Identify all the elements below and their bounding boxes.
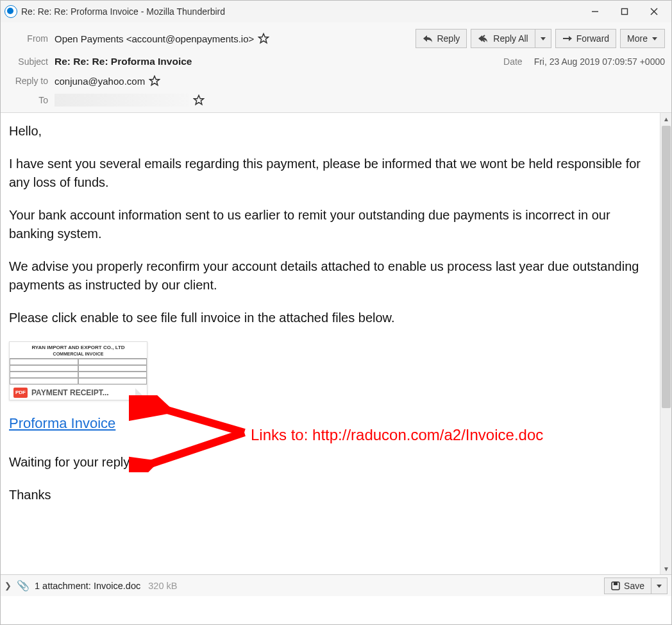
- forward-icon: [562, 35, 573, 42]
- subject-label: Subject: [7, 56, 55, 67]
- preview-table: [10, 358, 147, 384]
- preview-doc-type: COMMERCIAL INVOICE: [10, 352, 147, 358]
- close-button[interactable]: [639, 1, 669, 22]
- body-paragraph: Please click enable to see file full inv…: [9, 309, 651, 327]
- save-button[interactable]: Save: [604, 578, 651, 594]
- save-label: Save: [624, 581, 644, 591]
- message-header: From Open Payments <account@openpayments…: [1, 22, 671, 113]
- reply-label: Reply: [437, 33, 460, 44]
- from-value: Open Payments <account@openpayments.io>: [55, 33, 269, 44]
- to-value: [55, 94, 205, 107]
- preview-caption: PDF PAYMENT RECEIPT...: [10, 384, 147, 400]
- to-redacted: [55, 94, 189, 107]
- reply-all-icon: [478, 34, 489, 43]
- svg-marker-4: [259, 34, 269, 43]
- svg-rect-1: [622, 9, 628, 15]
- svg-marker-9: [150, 76, 160, 85]
- reply-to-text: conjuna@yahoo.com: [55, 76, 145, 87]
- attachment-summary[interactable]: 1 attachment: Invoice.doc: [35, 581, 140, 591]
- chevron-down-icon: [656, 583, 662, 589]
- scroll-thumb[interactable]: [662, 126, 671, 408]
- star-icon[interactable]: [258, 33, 269, 44]
- subject-value: Re: Re: Re: Proforma Invoice: [55, 56, 192, 67]
- svg-marker-15: [657, 585, 662, 588]
- more-label: More: [627, 33, 648, 44]
- body-paragraph: Waiting for your reply,: [9, 453, 651, 472]
- message-body: Hello, I have sent you several emails re…: [1, 113, 660, 574]
- thunderbird-icon: [4, 5, 17, 18]
- attachment-bar: ❯ 📎 1 attachment: Invoice.doc 320 kB Sav…: [1, 574, 671, 596]
- from-label: From: [7, 33, 55, 44]
- reply-all-label: Reply All: [493, 33, 528, 44]
- svg-marker-7: [569, 36, 572, 41]
- date-value: Fri, 23 Aug 2019 07:09:57 +0000: [534, 56, 665, 67]
- expand-attachments-icon[interactable]: ❯: [4, 581, 12, 590]
- date-label: Date: [482, 56, 529, 67]
- window-title: Re: Re: Re: Proforma Invoice - Mozilla T…: [21, 6, 580, 17]
- date-block: Date Fri, 23 Aug 2019 07:09:57 +0000: [482, 56, 665, 67]
- body-paragraph: We advise you properly reconfirm your ac…: [9, 257, 651, 295]
- svg-marker-10: [194, 96, 204, 105]
- preview-caption-text: PAYMENT RECEIPT...: [31, 388, 109, 397]
- attachment-size: 320 kB: [148, 581, 177, 591]
- message-pane: Hello, I have sent you several emails re…: [1, 113, 671, 574]
- to-label: To: [7, 95, 55, 105]
- svg-rect-14: [614, 582, 617, 585]
- maximize-button[interactable]: [610, 1, 639, 22]
- svg-marker-5: [541, 37, 546, 40]
- pdf-badge-icon: PDF: [13, 388, 28, 398]
- paperclip-icon: 📎: [17, 579, 29, 592]
- reply-icon: [423, 34, 433, 43]
- star-icon[interactable]: [193, 94, 205, 106]
- more-button[interactable]: More: [620, 29, 665, 48]
- body-paragraph: Your bank account information sent to us…: [9, 206, 651, 243]
- reply-all-dropdown[interactable]: [535, 29, 551, 48]
- annotation-text: Links to: http://raducon.com/a2/Invoice.…: [251, 426, 543, 444]
- titlebar: Re: Re: Re: Proforma Invoice - Mozilla T…: [1, 1, 671, 22]
- forward-label: Forward: [576, 33, 609, 44]
- invoice-preview-image[interactable]: RYAN IMPORT AND EXPORT CO., LTD COMMERCI…: [9, 341, 147, 400]
- chevron-down-icon: [651, 35, 658, 42]
- reply-all-button[interactable]: Reply All: [471, 29, 534, 48]
- body-paragraph: Thanks: [9, 486, 651, 504]
- save-icon: [611, 581, 620, 590]
- body-paragraph: Hello,: [9, 122, 651, 141]
- proforma-invoice-link[interactable]: Proforma Invoice: [9, 415, 115, 431]
- svg-marker-8: [652, 37, 657, 40]
- reply-to-value: conjuna@yahoo.com: [55, 75, 160, 87]
- action-toolbar: Reply Reply All Forward More: [416, 29, 665, 48]
- body-paragraph: I have sent you several emails regarding…: [9, 155, 651, 192]
- reply-to-label: Reply to: [7, 76, 55, 86]
- chevron-down-icon: [540, 35, 546, 42]
- scroll-up-icon[interactable]: ▲: [660, 113, 672, 124]
- preview-company: RYAN IMPORT AND EXPORT CO., LTD: [10, 342, 147, 352]
- forward-button[interactable]: Forward: [555, 29, 616, 48]
- scroll-down-icon[interactable]: ▼: [660, 563, 672, 574]
- minimize-button[interactable]: [580, 1, 610, 22]
- folded-corner-icon: [135, 388, 147, 400]
- star-icon[interactable]: [149, 75, 160, 87]
- reply-button[interactable]: Reply: [416, 29, 467, 48]
- scrollbar[interactable]: ▲ ▼: [660, 113, 671, 574]
- save-dropdown[interactable]: [651, 578, 668, 594]
- from-text: Open Payments <account@openpayments.io>: [55, 33, 254, 44]
